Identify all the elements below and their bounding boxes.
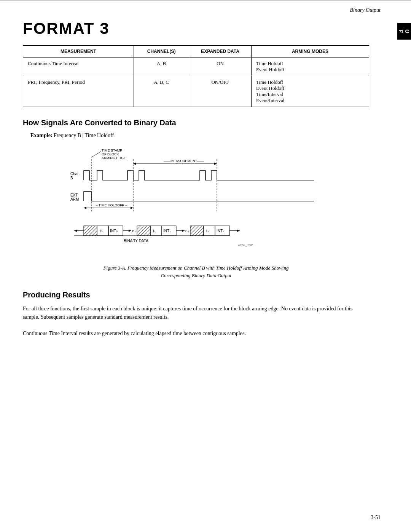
td-expanded-2: ON/OFF [189,76,252,107]
arrow-end-head [237,230,240,232]
arming-edge-text: ARMING EDGE [102,156,126,160]
ext-arm-label: EXT [70,193,78,197]
ext-arm-signal [84,192,314,201]
th-channels: CHANNEL(S) [134,46,189,58]
t0-label: t₀ [100,229,102,233]
td-arming-2: Time HoldoffEvent HoldoffTime/IntervalEv… [251,76,369,107]
format-title: FORMAT 3 [23,19,369,38]
example-line: Example: Frequency B | Time Holdoff [30,133,369,139]
arrow-mid2-head [182,230,185,232]
meas-bracket-right [214,163,217,165]
tab-letters: F O R M A T [397,29,411,34]
t1-block [150,226,162,236]
figure-caption: Figure 3-A. Frequency Measurement on Cha… [23,264,369,279]
time-holdoff-label: ←TIME HOLDOFF→ [95,203,127,207]
chan-b-label: Chan [70,172,80,176]
int0-label: INT₀ [110,229,118,233]
right-tab: F O R M A T 3 [397,23,411,40]
th-measurement: MEASUREMENT [23,46,134,58]
diagram-container: Chan B EXT ARM ←TIME HOLDOFF→ [23,148,369,258]
top-header: Binary Output [0,0,411,16]
arrow-mid1-head [129,230,131,232]
th-expanded-label: EXPANDED DATA [201,49,239,54]
table-row: PRF, Frequency, PRI, Period A, B, C ON/O… [23,76,369,107]
td-expanded-1: ON [189,58,252,76]
measurement-label: ——MEASUREMENT—— [164,159,204,163]
t0-block [97,226,108,236]
binary-data-label: BINARY DATA [124,239,148,243]
data-table: MEASUREMENT CHANNEL(S) EXPANDED DATA ARM… [23,45,369,107]
td-channels-1: A, B [134,58,189,76]
timestamp-leader [91,152,101,157]
header-title: Binary Output [350,7,381,13]
binary-arrow-left [74,230,77,232]
td-measurement-2: PRF, Frequency, PRI, Period [23,76,134,107]
signals-heading: How Signals Are Converted to Binary Data [23,118,369,127]
example-text: Frequency B | Time Holdoff [54,133,114,138]
ext-arm-label2: ARM [70,197,79,201]
figure-caption-line2: Corresponding Binary Data Output [161,273,231,278]
producing-results-heading: Producing Results [23,291,369,299]
producing-results-p2: Continuous Time Interval results are gen… [23,329,369,338]
watermark: WFNL_HOM [238,244,253,247]
timestamp-text: TIME STAMP [102,149,122,152]
hatch-block-3 [190,226,204,236]
th-arming-modes: ARMING MODES [251,46,369,58]
t2-block [204,226,215,236]
producing-results-p1: For all three functions, the first sampl… [23,305,369,322]
timing-diagram: Chan B EXT ARM ←TIME HOLDOFF→ [67,148,325,258]
page-number: 3-51 [371,514,381,521]
main-content: FORMAT 3 MEASUREMENT CHANNEL(S) EXPANDED… [0,16,411,361]
example-label: Example: [30,133,53,138]
holdoff-arrow-left [84,207,86,209]
td-channels-2: A, B, C [134,76,189,107]
hatch-block-1 [84,226,97,236]
tab-letter-f: F [397,30,403,33]
e2-label: e₂ [185,229,189,233]
td-measurement-1: Continuous Time Interval [23,58,134,76]
t2-label: t₂ [206,229,209,233]
t1-label: t₁ [153,229,156,233]
holdoff-arrow-right [131,207,133,209]
td-arming-1: Time HoldoffEvent Holdoff [251,58,369,76]
table-row: Continuous Time Interval A, B ON Time Ho… [23,58,369,76]
th-expanded-data: EXPANDED DATA [189,46,252,58]
meas-bracket-left [133,163,136,165]
int1-label: INT₁ [163,229,171,233]
of-block-text: OF BLOCK [102,152,119,156]
page-container: Binary Output F O R M A T 3 FORMAT 3 MEA… [0,0,411,532]
e1-label: e₁ [132,229,136,233]
tab-letter-o: O [404,29,410,34]
int2-label: INT₂ [217,229,224,233]
chan-b-signal [84,171,257,180]
figure-caption-line1: Figure 3-A. Frequency Measurement on Cha… [104,265,289,271]
hatch-block-2 [137,226,150,236]
chan-b-label2: B [70,176,73,180]
